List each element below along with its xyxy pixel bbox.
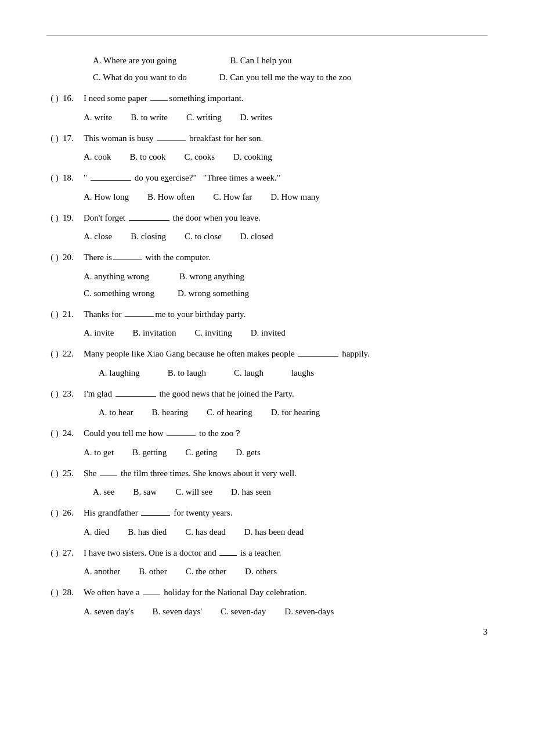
option-c: C. What do you want to do xyxy=(93,70,187,85)
q19-text: Don't forget the door when you leave. xyxy=(84,211,488,226)
q20-opt-b: B. wrong anything xyxy=(179,269,244,285)
q21-paren: ( ) xyxy=(46,309,63,319)
q24-paren: ( ) xyxy=(46,429,63,438)
q26-opt-a: A. died xyxy=(84,524,109,540)
q26-opt-b: B. has died xyxy=(128,524,167,540)
option-d: D. Can you tell me the way to the zoo xyxy=(219,70,351,85)
q17-paren: ( ) xyxy=(46,134,63,143)
q22-opt-c: C. laugh xyxy=(234,365,264,381)
question-19: ( ) 19. Don't forget the door when you l… xyxy=(46,211,488,245)
q27-opt-c: C. the other xyxy=(186,564,226,579)
q19-paren: ( ) xyxy=(46,213,63,223)
q16-opt-b: B. to write xyxy=(131,110,168,125)
q21-text: Thanks for me to your birthday party. xyxy=(84,307,488,322)
q23-opt-c: C. of hearing xyxy=(207,405,252,420)
q18-opt-c: C. How far xyxy=(213,189,252,205)
q23-paren: ( ) xyxy=(46,389,63,399)
q17-opt-a: A. cook xyxy=(84,149,111,165)
q25-num: 25. xyxy=(63,469,84,478)
q19-opt-a: A. close xyxy=(84,229,112,244)
question-27: ( ) 27. I have two sisters. One is a doc… xyxy=(46,546,488,580)
q25-opt-b: B. saw xyxy=(134,484,157,500)
question-18: ( ) 18. " do you exercise?" "Three times… xyxy=(46,171,488,205)
question-17: ( ) 17. This woman is busy breakfast for… xyxy=(46,131,488,165)
q27-paren: ( ) xyxy=(46,548,63,558)
q28-opt-c: C. seven-day xyxy=(221,604,266,620)
q23-opt-a: A. to hear xyxy=(99,405,134,420)
option-a: A. Where are you going xyxy=(93,53,176,69)
q23-text: I'm glad the good news that he joined th… xyxy=(84,387,488,402)
q28-opt-a: A. seven day's xyxy=(84,604,134,620)
q21-opt-b: B. invitation xyxy=(133,325,176,341)
q22-opt-a: A. laughing xyxy=(99,365,140,381)
q18-opt-b: B. How often xyxy=(147,189,194,205)
q25-opt-d: D. has seen xyxy=(231,484,271,500)
q17-num: 17. xyxy=(63,134,84,143)
q27-opt-b: B. other xyxy=(139,564,167,579)
q24-opt-d: D. gets xyxy=(236,445,261,460)
question-28: ( ) 28. We often have a holiday for the … xyxy=(46,585,488,620)
q22-opt-b: B. to laugh xyxy=(168,365,206,381)
q26-opt-d: D. has been dead xyxy=(244,524,304,540)
question-21: ( ) 21. Thanks for me to your birthday p… xyxy=(46,307,488,341)
q25-opt-a: A. see xyxy=(93,484,115,500)
q23-opt-d: D. for hearing xyxy=(271,405,320,420)
q19-opt-d: D. closed xyxy=(240,229,273,244)
question-23: ( ) 23. I'm glad the good news that he j… xyxy=(46,387,488,421)
q16-paren: ( ) xyxy=(46,93,63,103)
q25-opt-c: C. will see xyxy=(175,484,212,500)
q18-paren: ( ) xyxy=(46,173,63,183)
q28-opt-d: D. seven-days xyxy=(284,604,334,620)
q20-opt-a: A. anything wrong xyxy=(84,269,149,285)
q20-paren: ( ) xyxy=(46,253,63,262)
question-20: ( ) 20. There is with the computer. A. a… xyxy=(46,250,488,301)
q26-text: His grandfather for twenty years. xyxy=(84,506,488,521)
option-b: B. Can I help you xyxy=(230,53,291,69)
option-block-ab: A. Where are you going B. Can I help you… xyxy=(46,53,488,85)
question-16: ( ) 16. I need some paper something impo… xyxy=(46,91,488,125)
q17-opt-b: B. to cook xyxy=(130,149,166,165)
q25-paren: ( ) xyxy=(46,469,63,478)
q23-num: 23. xyxy=(63,389,84,399)
q24-num: 24. xyxy=(63,429,84,438)
q19-opt-b: B. closing xyxy=(131,229,166,244)
q28-paren: ( ) xyxy=(46,588,63,597)
q27-opt-a: A. another xyxy=(84,564,120,579)
question-26: ( ) 26. His grandfather for twenty years… xyxy=(46,506,488,540)
q22-paren: ( ) xyxy=(46,349,63,359)
q17-text: This woman is busy breakfast for her son… xyxy=(84,131,488,146)
q27-text: I have two sisters. One is a doctor and … xyxy=(84,546,488,561)
q16-opt-d: D. writes xyxy=(240,110,272,125)
top-divider xyxy=(46,35,488,35)
q27-num: 27. xyxy=(63,548,84,558)
q26-num: 26. xyxy=(63,508,84,518)
q18-text: " do you exercise?" "Three times a week.… xyxy=(84,171,488,186)
q17-opt-c: C. cooks xyxy=(185,149,215,165)
question-24: ( ) 24. Could you tell me how to the zoo… xyxy=(46,426,488,460)
q24-opt-c: C. geting xyxy=(185,445,217,460)
q21-opt-d: D. invited xyxy=(251,325,286,341)
q18-opt-d: D. How many xyxy=(270,189,320,205)
q16-opt-c: C. writing xyxy=(186,110,222,125)
q28-opt-b: B. seven days' xyxy=(152,604,202,620)
q26-opt-c: C. has dead xyxy=(185,524,226,540)
q28-num: 28. xyxy=(63,588,84,597)
q23-opt-b: B. hearing xyxy=(152,405,188,420)
q21-num: 21. xyxy=(63,309,84,319)
q27-opt-d: D. others xyxy=(245,564,277,579)
q20-opt-c: C. something wrong xyxy=(84,286,154,301)
q26-paren: ( ) xyxy=(46,508,63,518)
page: A. Where are you going B. Can I help you… xyxy=(0,0,534,660)
q20-opt-d: D. wrong something xyxy=(178,286,249,301)
q24-opt-a: A. to get xyxy=(84,445,114,460)
q20-text: There is with the computer. xyxy=(84,250,488,265)
q19-num: 19. xyxy=(63,213,84,223)
q16-num: 16. xyxy=(63,93,84,103)
q24-opt-b: B. getting xyxy=(132,445,167,460)
q21-opt-a: A. invite xyxy=(84,325,114,341)
page-number: 3 xyxy=(484,627,488,637)
question-25: ( ) 25. She the film three times. She kn… xyxy=(46,466,488,501)
q18-opt-a: A. How long xyxy=(84,189,129,205)
q18-num: 18. xyxy=(63,173,84,183)
q19-opt-c: C. to close xyxy=(185,229,222,244)
